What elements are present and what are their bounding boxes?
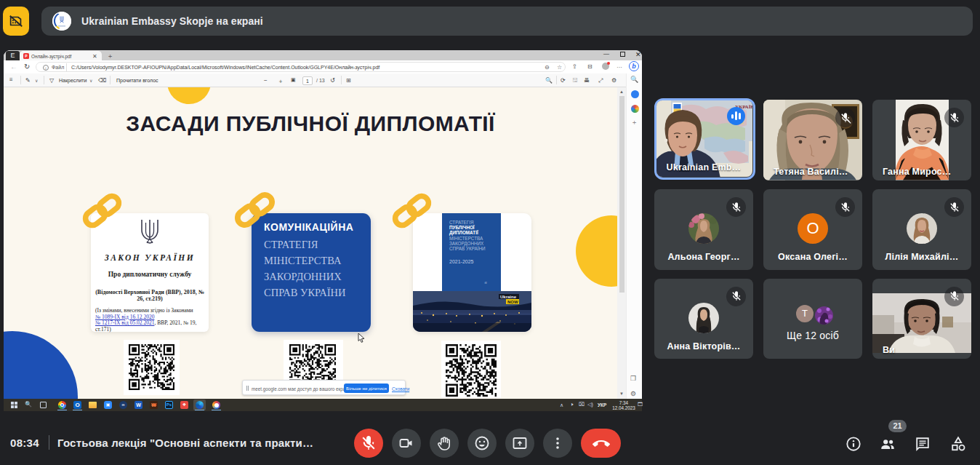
svg-text:NOW: NOW: [507, 300, 518, 304]
svg-text:Ukraine: Ukraine: [500, 295, 517, 299]
